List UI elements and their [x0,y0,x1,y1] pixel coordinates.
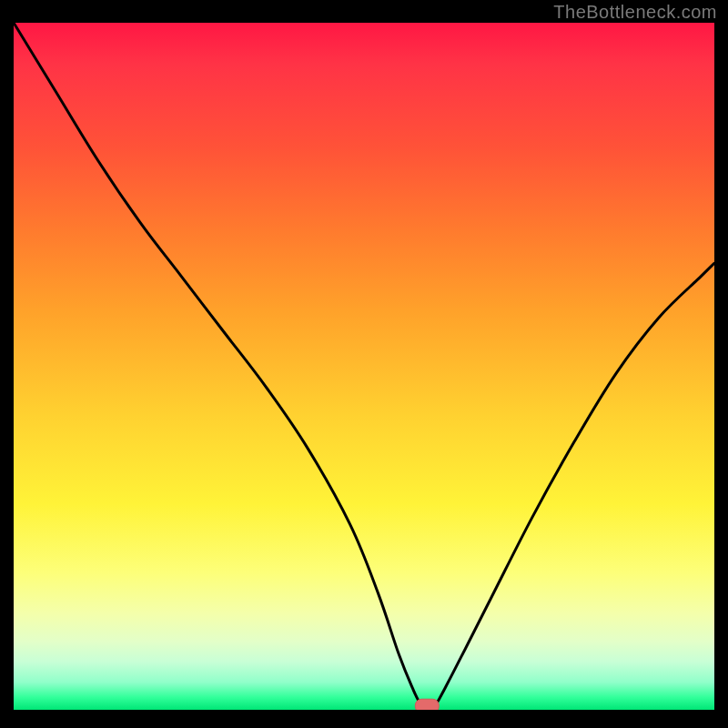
chart-frame: TheBottleneck.com [0,0,728,728]
plot-area [14,23,714,710]
watermark-text: TheBottleneck.com [553,2,717,23]
optimal-point-marker [415,699,439,710]
bottleneck-curve-svg [14,23,714,710]
bottleneck-curve [14,23,714,708]
